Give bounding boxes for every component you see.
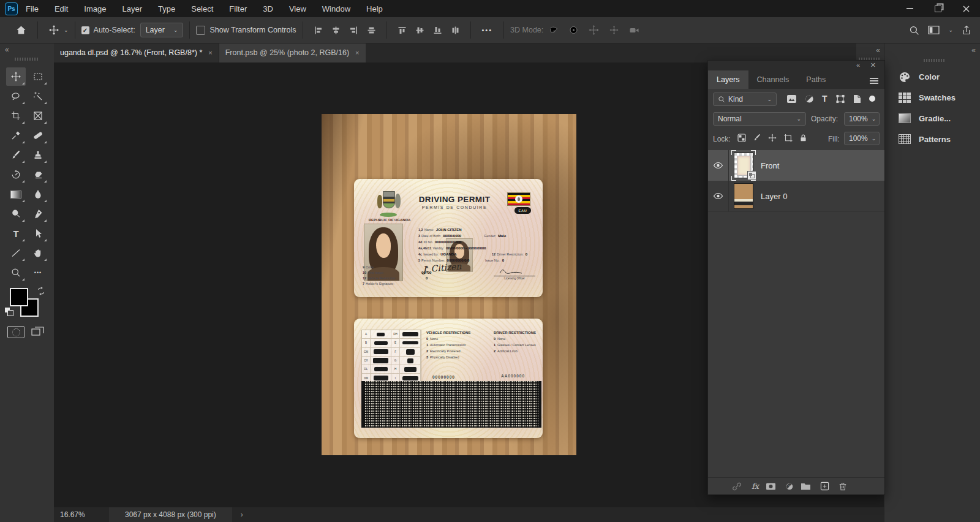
align-top-edges-icon[interactable]	[393, 26, 411, 35]
more-tools-button[interactable]: •••	[28, 263, 48, 282]
align-horizontal-centers-icon[interactable]	[327, 26, 345, 35]
panel-menu-icon[interactable]	[870, 78, 878, 79]
new-adjustment-layer-icon[interactable]: ⌄	[785, 482, 791, 491]
screen-mode-button[interactable]	[31, 326, 45, 337]
dodge-tool[interactable]	[6, 205, 26, 223]
panel-button-swatches[interactable]: Swatches	[884, 87, 980, 108]
filter-smart-objects-icon[interactable]	[853, 94, 861, 104]
lock-all-icon[interactable]	[799, 134, 807, 142]
dock-collapse-icon[interactable]: «	[876, 46, 880, 55]
tab-front-psb[interactable]: Front.psb @ 25% (photo 2, RGB/16) ×	[219, 43, 366, 62]
tab-close-icon[interactable]: ×	[355, 49, 359, 56]
workspace-icon[interactable]	[928, 25, 940, 35]
type-tool[interactable]: T	[6, 224, 26, 243]
minimize-button[interactable]	[895, 0, 924, 17]
menu-3d[interactable]: 3D	[255, 0, 281, 17]
document-canvas[interactable]: DRIVING PERMIT PERMIS DE CONDUIRE REPUBL…	[322, 114, 576, 455]
menu-filter[interactable]: Filter	[221, 0, 255, 17]
panel-button-color[interactable]: Color	[884, 66, 980, 87]
crop-tool[interactable]	[6, 107, 26, 125]
filter-toggle-icon[interactable]	[869, 96, 875, 102]
distribute-horizontal-centers-icon[interactable]	[447, 26, 464, 35]
tab-uganda-dl[interactable]: uganda dl.psd @ 16.7% (Front, RGB/8*) * …	[54, 43, 219, 62]
gradient-tool[interactable]	[6, 185, 26, 203]
panel-button-patterns[interactable]: Patterns	[884, 129, 980, 149]
rectangular-marquee-tool[interactable]	[28, 67, 48, 86]
magic-wand-tool[interactable]	[28, 87, 48, 105]
opacity-field[interactable]: 100% ⌄	[844, 112, 880, 126]
tab-layers[interactable]: Layers	[708, 70, 748, 89]
default-colors-icon[interactable]	[5, 308, 13, 316]
add-layer-mask-icon[interactable]	[766, 482, 776, 491]
brush-tool[interactable]	[6, 146, 26, 164]
spot-healing-brush-tool[interactable]	[28, 126, 48, 145]
layer-name[interactable]: Front	[761, 161, 779, 170]
align-left-edges-icon[interactable]	[309, 26, 327, 35]
visibility-eye-icon[interactable]	[708, 150, 729, 181]
zoom-tool[interactable]	[6, 263, 26, 282]
lock-image-icon[interactable]	[753, 134, 761, 142]
rightdock-grip[interactable]	[924, 59, 946, 62]
filter-pixel-layers-icon[interactable]	[786, 94, 797, 104]
preset-chevron-icon[interactable]: ⌄	[64, 28, 69, 33]
layer-row-layer0[interactable]: Layer 0	[708, 181, 884, 212]
share-icon[interactable]	[962, 25, 971, 36]
layer-row-front[interactable]: Front	[708, 150, 884, 181]
eraser-tool[interactable]	[28, 165, 48, 184]
layer-thumbnail[interactable]	[734, 183, 753, 209]
align-bottom-edges-icon[interactable]	[429, 26, 447, 35]
lock-artboard-icon[interactable]	[783, 134, 793, 142]
new-group-folder-icon[interactable]	[801, 482, 811, 490]
quick-mask-button[interactable]	[7, 326, 24, 338]
show-transform-checkbox[interactable]	[196, 26, 205, 35]
tooldock-grip[interactable]	[15, 58, 39, 61]
lasso-tool[interactable]	[6, 87, 26, 105]
menu-edit[interactable]: Edit	[47, 0, 76, 17]
layer-style-fx-icon[interactable]: fx ⌄	[752, 482, 756, 491]
filter-shape-layers-icon[interactable]	[835, 94, 845, 104]
menu-select[interactable]: Select	[183, 0, 221, 17]
blur-tool[interactable]	[28, 185, 48, 203]
menu-layer[interactable]: Layer	[115, 0, 151, 17]
lock-position-icon[interactable]	[768, 134, 777, 142]
tab-channels[interactable]: Channels	[748, 70, 798, 89]
search-icon[interactable]	[909, 25, 919, 36]
zoom-level-field[interactable]: 16.67%	[60, 510, 109, 519]
fill-field[interactable]: 100% ⌄	[844, 132, 880, 145]
link-layers-icon[interactable]	[731, 482, 742, 491]
pen-tool[interactable]	[28, 205, 48, 223]
filter-kind-dropdown[interactable]: Kind ⌄	[713, 93, 777, 106]
delete-layer-trash-icon[interactable]	[839, 482, 847, 491]
blend-mode-dropdown[interactable]: Normal ⌄	[713, 112, 806, 126]
frame-tool[interactable]	[28, 107, 48, 125]
visibility-eye-icon[interactable]	[708, 181, 729, 211]
home-icon[interactable]	[11, 20, 31, 40]
tab-close-icon[interactable]: ×	[208, 49, 212, 56]
clone-stamp-tool[interactable]	[28, 146, 48, 164]
more-align-options-button[interactable]: •••	[477, 20, 498, 40]
auto-select-checkbox[interactable]: ✓	[81, 26, 89, 34]
filter-adjustment-layers-icon[interactable]	[805, 94, 814, 104]
menu-window[interactable]: Window	[314, 0, 358, 17]
history-brush-tool[interactable]	[6, 165, 26, 184]
auto-select-target-dropdown[interactable]: Layer ⌄	[140, 23, 184, 37]
eyedropper-tool[interactable]	[6, 126, 26, 145]
move-tool-preset-icon[interactable]	[44, 20, 64, 40]
menu-view[interactable]: View	[281, 0, 314, 17]
close-button[interactable]	[952, 0, 980, 17]
menu-help[interactable]: Help	[358, 0, 391, 17]
layer-thumbnail[interactable]	[734, 153, 753, 178]
tab-paths[interactable]: Paths	[797, 70, 834, 89]
menu-type[interactable]: Type	[150, 0, 183, 17]
layer-name[interactable]: Layer 0	[761, 192, 787, 201]
menu-file[interactable]: File	[18, 0, 47, 17]
path-selection-tool[interactable]	[28, 224, 48, 243]
rightdock-collapse-icon[interactable]: «	[971, 46, 975, 55]
foreground-color-swatch[interactable]	[10, 288, 28, 306]
move-tool[interactable]	[6, 67, 26, 86]
align-vertical-centers-icon[interactable]	[411, 26, 429, 35]
tooldock-collapse-icon[interactable]: «	[5, 45, 9, 54]
filter-type-layers-icon[interactable]: T	[822, 94, 827, 104]
panel-collapse-icon[interactable]: «	[856, 61, 860, 69]
hand-tool[interactable]	[28, 244, 48, 262]
